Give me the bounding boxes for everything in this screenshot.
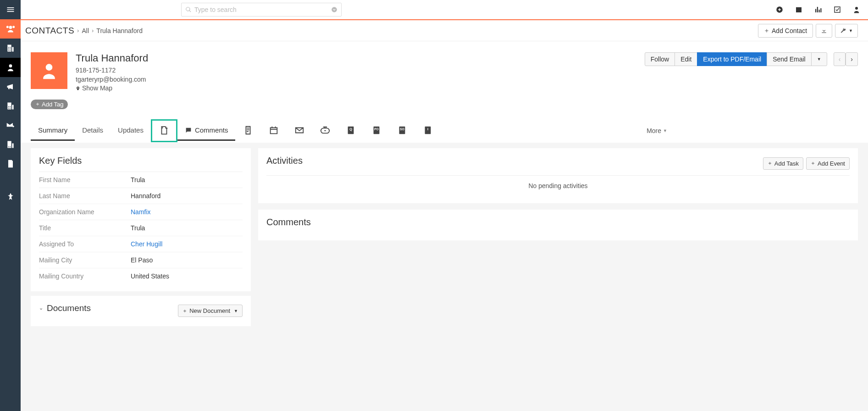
- tab-comments-label: Comments: [195, 126, 228, 134]
- chart-icon[interactable]: [814, 6, 822, 14]
- plus-icon: [768, 161, 772, 166]
- kv-first-name: First Name Trula: [39, 172, 243, 188]
- new-document-label: New Document: [189, 307, 230, 314]
- add-tag-label: Add Tag: [42, 101, 63, 108]
- tab-icon-6[interactable]: PO: [364, 119, 389, 143]
- activities-title: Activities: [266, 156, 763, 166]
- export-button[interactable]: Export to PDF/Email: [697, 52, 767, 66]
- add-task-label: Add Task: [774, 160, 799, 167]
- tab-icon-1[interactable]: [235, 119, 261, 143]
- calendar2-icon: [269, 125, 279, 135]
- sidebar-buildings3[interactable]: [0, 135, 21, 154]
- tab-more-label: More: [647, 127, 661, 134]
- record-paginator: ‹ ›: [834, 52, 858, 66]
- tab-icon-4[interactable]: [312, 119, 338, 143]
- prev-record-button[interactable]: ‹: [834, 52, 846, 66]
- plus-icon: [182, 309, 187, 313]
- sidebar-mail-sent[interactable]: [0, 116, 21, 135]
- tab-icon-5[interactable]: Q: [338, 119, 364, 143]
- documents-title[interactable]: ⌄ Documents: [39, 303, 178, 313]
- breadcrumb-bar: CONTACTS › All › Trula Hannaford Add Con…: [21, 20, 868, 41]
- content-body: Trula Hannaford 918-175-1172 tgarteryrp@…: [21, 41, 868, 411]
- sidebar-pin[interactable]: [0, 187, 21, 206]
- sidebar-organizations[interactable]: [0, 39, 21, 58]
- megaphone-icon: [6, 82, 15, 91]
- tab-comments[interactable]: Comments: [177, 121, 236, 141]
- breadcrumb-current: Trula Hannaford: [96, 27, 143, 34]
- search-input[interactable]: [194, 6, 331, 13]
- tab-documents-icon[interactable]: [151, 119, 177, 142]
- contact-meta: Trula Hannaford 918-175-1172 tgarteryrp@…: [76, 52, 148, 93]
- topbar: [21, 0, 868, 20]
- kv-org-name: Organization Name Namfix: [39, 204, 243, 220]
- wrench-icon: [840, 28, 846, 34]
- breadcrumb-section[interactable]: CONTACTS: [25, 26, 74, 36]
- calendar-icon[interactable]: [795, 6, 803, 14]
- tab-summary[interactable]: Summary: [31, 121, 75, 141]
- chevron-down-circle-icon[interactable]: [331, 6, 337, 13]
- invoice-doc-icon: I: [423, 125, 433, 135]
- kv-mailing-city: Mailing City El Paso: [39, 252, 243, 268]
- add-contact-label: Add Contact: [772, 27, 807, 34]
- edit-button[interactable]: Edit: [674, 52, 697, 66]
- add-tag-button[interactable]: Add Tag: [31, 100, 68, 109]
- kv-mailing-country: Mailing Country United States: [39, 268, 243, 284]
- po-doc-icon: PO: [371, 125, 381, 135]
- header-action-group: Follow Edit Export to PDF/Email Send Ema…: [645, 52, 827, 66]
- sidebar-invoice[interactable]: [0, 154, 21, 173]
- pin-icon: [6, 192, 15, 201]
- add-event-button[interactable]: Add Event: [806, 157, 850, 170]
- chevron-right-icon: ›: [92, 27, 94, 34]
- chevron-right-icon: ›: [77, 27, 79, 34]
- sidebar-buildings2[interactable]: [0, 96, 21, 116]
- mail-send-icon: [6, 121, 15, 130]
- clipboard-icon: [243, 125, 253, 135]
- check-icon[interactable]: [833, 6, 841, 14]
- map-pin-icon: [76, 86, 80, 91]
- document-icon: [6, 159, 15, 168]
- activities-empty: No pending activities: [266, 175, 850, 196]
- tab-icon-7[interactable]: SO: [389, 119, 415, 143]
- tab-icon-2[interactable]: [261, 119, 287, 143]
- settings-button[interactable]: ▼: [835, 24, 858, 38]
- building2-icon: [6, 101, 15, 111]
- tab-updates[interactable]: Updates: [111, 121, 151, 141]
- svg-point-0: [332, 7, 337, 12]
- search-box[interactable]: [181, 3, 342, 17]
- breadcrumb-all[interactable]: All: [82, 27, 89, 34]
- user-menu-icon[interactable]: [852, 6, 861, 14]
- quote-doc-icon: Q: [346, 125, 356, 135]
- more-actions-dropdown[interactable]: ▼: [811, 52, 827, 66]
- users-icon: [6, 24, 15, 33]
- tab-details[interactable]: Details: [75, 121, 111, 141]
- sidebar-contacts[interactable]: [0, 19, 21, 39]
- documents-panel: ⌄ Documents New Document ▼: [31, 296, 251, 326]
- add-icon[interactable]: [775, 6, 784, 14]
- import-button[interactable]: [816, 24, 832, 38]
- tab-icon-3[interactable]: [287, 119, 312, 143]
- hamburger-icon: [6, 5, 15, 14]
- left-sidebar: [0, 0, 21, 411]
- comment-icon: [185, 127, 192, 134]
- new-document-button[interactable]: New Document ▼: [178, 305, 243, 317]
- send-email-button[interactable]: Send Email: [767, 52, 812, 66]
- sidebar-campaigns[interactable]: [0, 77, 21, 96]
- tab-more[interactable]: More ▼: [639, 122, 674, 140]
- key-fields-title: Key Fields: [39, 156, 243, 166]
- contact-name: Trula Hannaford: [76, 52, 148, 64]
- add-contact-button[interactable]: Add Contact: [758, 24, 813, 38]
- add-task-button[interactable]: Add Task: [763, 157, 803, 170]
- plus-icon: [811, 161, 815, 166]
- contact-header: Trula Hannaford 918-175-1172 tgarteryrp@…: [21, 41, 868, 143]
- kv-title: Title Trula: [39, 220, 243, 236]
- next-record-button[interactable]: ›: [846, 52, 858, 66]
- sidebar-person[interactable]: [0, 58, 21, 77]
- contact-phone[interactable]: 918-175-1172: [76, 66, 148, 75]
- menu-toggle[interactable]: [0, 0, 21, 19]
- kv-assigned-to: Assigned To Cher Hugill: [39, 236, 243, 252]
- contact-email[interactable]: tgarteryrp@booking.com: [76, 75, 148, 84]
- show-map-link[interactable]: Show Map: [76, 84, 112, 93]
- follow-button[interactable]: Follow: [645, 52, 675, 66]
- tab-icon-8[interactable]: I: [415, 119, 441, 143]
- show-map-label: Show Map: [82, 84, 112, 93]
